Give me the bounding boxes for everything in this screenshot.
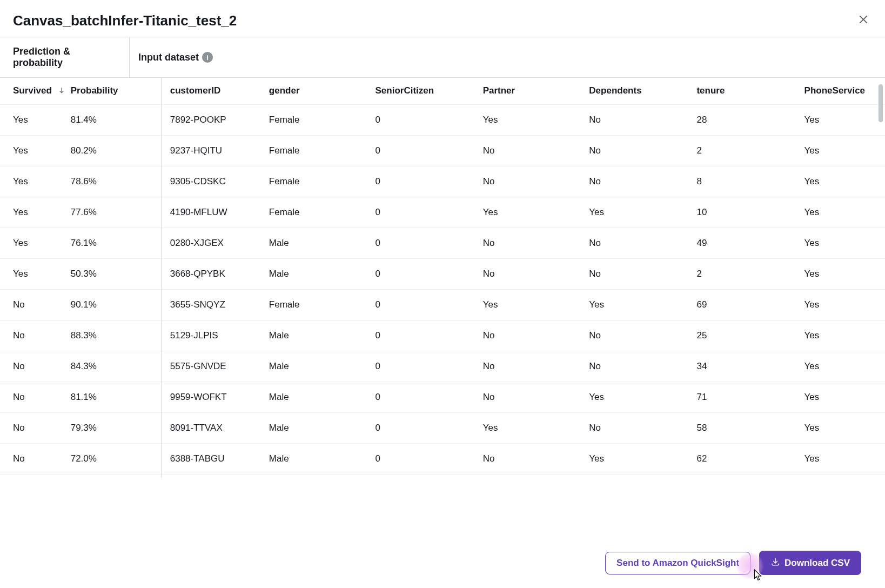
cell-customerid: 6388-TABGU	[162, 443, 269, 474]
cell-customerid: 4190-MFLUW	[162, 197, 269, 228]
cell-partner: Yes	[483, 197, 589, 228]
table-row[interactable]: Yes81.4%7892-POOKPFemale0YesNo28Yes	[0, 104, 885, 135]
table-row[interactable]: No81.1%9959-WOFKTMale0NoYes71Yes	[0, 382, 885, 412]
cell-dependents: No	[589, 135, 696, 166]
cell-partner: No	[483, 382, 589, 412]
cell-partner: Yes	[483, 289, 589, 320]
cell-customerid: 9237-HQITU	[162, 135, 269, 166]
download-icon	[770, 557, 780, 569]
cell-partner: No	[483, 166, 589, 197]
cell-tenure: 71	[696, 382, 804, 412]
cell-survived: No	[0, 351, 71, 382]
table-row[interactable]: Yes77.6%4190-MFLUWFemale0YesYes10Yes	[0, 197, 885, 228]
table-row[interactable]: Yes80.2%9237-HQITUFemale0NoNo2Yes	[0, 135, 885, 166]
cell-seniorcitizen: 0	[376, 104, 483, 135]
cell-gender: Female	[269, 289, 376, 320]
table-row[interactable]: No72.0%6388-TABGUMale0NoYes62Yes	[0, 443, 885, 474]
cell-customerid: 3655-SNQYZ	[162, 289, 269, 320]
cell-dependents: No	[589, 412, 696, 443]
cell-dependents: No	[589, 166, 696, 197]
cell-survived: Yes	[0, 258, 71, 289]
cell-gender: Male	[269, 443, 376, 474]
cell-probability: 80.2%	[71, 135, 162, 166]
column-header-phoneservice[interactable]: PhoneService	[804, 78, 885, 104]
cell-probability: 76.1%	[71, 228, 162, 258]
results-table-scroll[interactable]: Survived Probability customerID gender S…	[0, 78, 885, 478]
cell-customerid: 7795-CFOCW	[162, 474, 269, 478]
cell-seniorcitizen: 0	[376, 166, 483, 197]
cell-probability: 90.1%	[71, 289, 162, 320]
table-row[interactable]: No71.9%7795-CFOCWMale0NoNo45No	[0, 474, 885, 478]
column-header-dependents[interactable]: Dependents	[589, 78, 696, 104]
table-row[interactable]: No88.3%5129-JLPISMale0NoNo25Yes	[0, 320, 885, 351]
cell-customerid: 3668-QPYBK	[162, 258, 269, 289]
cell-seniorcitizen: 0	[376, 412, 483, 443]
column-header-seniorcitizen[interactable]: SeniorCitizen	[376, 78, 483, 104]
cell-tenure: 10	[696, 197, 804, 228]
send-quicksight-button[interactable]: Send to Amazon QuickSight	[605, 552, 750, 574]
cell-customerid: 5129-JLPIS	[162, 320, 269, 351]
cell-partner: No	[483, 443, 589, 474]
scrollbar-thumb[interactable]	[879, 84, 883, 122]
column-header-gender[interactable]: gender	[269, 78, 376, 104]
cell-survived: Yes	[0, 228, 71, 258]
cell-probability: 84.3%	[71, 351, 162, 382]
column-header-tenure[interactable]: tenure	[696, 78, 804, 104]
cell-probability: 50.3%	[71, 258, 162, 289]
cell-seniorcitizen: 0	[376, 351, 483, 382]
sort-descending-icon	[58, 86, 65, 97]
cell-gender: Male	[269, 258, 376, 289]
cell-customerid: 0280-XJGEX	[162, 228, 269, 258]
cell-partner: No	[483, 474, 589, 478]
cell-seniorcitizen: 0	[376, 135, 483, 166]
cell-partner: Yes	[483, 412, 589, 443]
cell-customerid: 5575-GNVDE	[162, 351, 269, 382]
cell-probability: 81.1%	[71, 382, 162, 412]
cell-partner: Yes	[483, 104, 589, 135]
cell-survived: No	[0, 443, 71, 474]
table-row[interactable]: No84.3%5575-GNVDEMale0NoNo34Yes	[0, 351, 885, 382]
cell-customerid: 9305-CDSKC	[162, 166, 269, 197]
close-button[interactable]	[855, 11, 872, 30]
cell-customerid: 9959-WOFKT	[162, 382, 269, 412]
column-header-partner[interactable]: Partner	[483, 78, 589, 104]
cell-dependents: No	[589, 258, 696, 289]
info-icon[interactable]: i	[202, 52, 213, 63]
column-header-survived[interactable]: Survived	[0, 78, 71, 104]
section-input-dataset: Input dataset i	[130, 37, 885, 77]
column-header-customerid[interactable]: customerID	[162, 78, 269, 104]
cell-phoneservice: Yes	[804, 104, 885, 135]
page-title: Canvas_batchInfer-Titanic_test_2	[13, 12, 237, 29]
cell-partner: No	[483, 258, 589, 289]
cell-seniorcitizen: 0	[376, 258, 483, 289]
column-header-probability[interactable]: Probability	[71, 78, 162, 104]
table-row[interactable]: No90.1%3655-SNQYZFemale0YesYes69Yes	[0, 289, 885, 320]
cell-phoneservice: Yes	[804, 412, 885, 443]
cell-tenure: 2	[696, 135, 804, 166]
cell-partner: No	[483, 320, 589, 351]
close-icon	[858, 17, 869, 26]
cell-dependents: Yes	[589, 382, 696, 412]
cell-tenure: 28	[696, 104, 804, 135]
button-label: Send to Amazon QuickSight	[616, 558, 739, 569]
cell-gender: Male	[269, 474, 376, 478]
cell-probability: 77.6%	[71, 197, 162, 228]
cell-survived: Yes	[0, 197, 71, 228]
table-row[interactable]: Yes50.3%3668-QPYBKMale0NoNo2Yes	[0, 258, 885, 289]
cell-customerid: 8091-TTVAX	[162, 412, 269, 443]
cell-seniorcitizen: 0	[376, 443, 483, 474]
button-label: Download CSV	[785, 558, 850, 569]
cell-phoneservice: Yes	[804, 258, 885, 289]
cell-seniorcitizen: 0	[376, 382, 483, 412]
table-row[interactable]: Yes78.6%9305-CDSKCFemale0NoNo8Yes	[0, 166, 885, 197]
cell-seniorcitizen: 0	[376, 228, 483, 258]
cell-dependents: Yes	[589, 443, 696, 474]
cell-tenure: 25	[696, 320, 804, 351]
section-prediction-probability: Prediction & probability	[0, 37, 130, 77]
table-row[interactable]: No79.3%8091-TTVAXMale0YesNo58Yes	[0, 412, 885, 443]
cell-gender: Female	[269, 135, 376, 166]
download-csv-button[interactable]: Download CSV	[759, 551, 861, 575]
cell-survived: No	[0, 289, 71, 320]
cell-survived: Yes	[0, 104, 71, 135]
table-row[interactable]: Yes76.1%0280-XJGEXMale0NoNo49Yes	[0, 228, 885, 258]
